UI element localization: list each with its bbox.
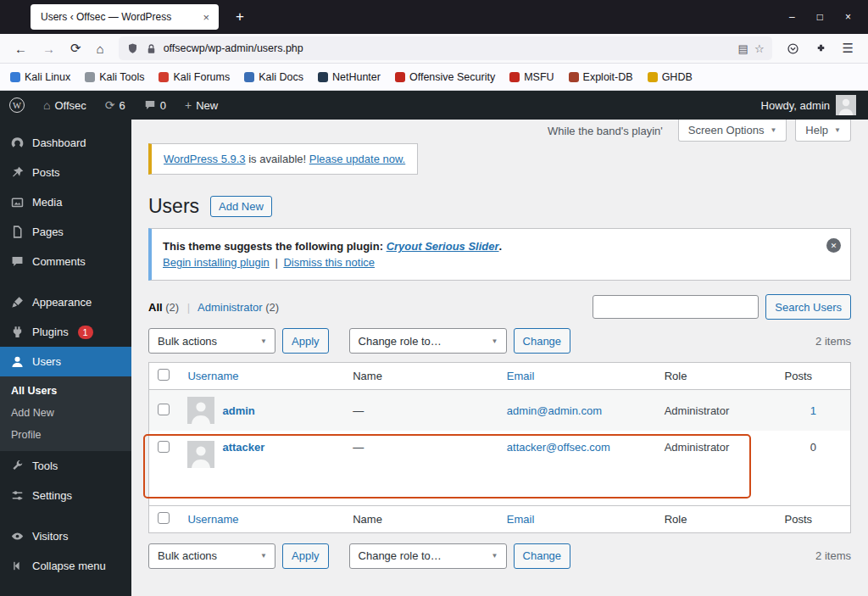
bulk-actions-select[interactable]: Bulk actions ▼ <box>148 543 275 569</box>
new-tab-button[interactable]: + <box>231 8 249 25</box>
row-checkbox[interactable] <box>158 441 170 453</box>
pocket-icon[interactable] <box>781 42 805 55</box>
bookmark-kali-tools[interactable]: Kali Tools <box>85 71 144 83</box>
role-cell: Administrator <box>665 441 730 454</box>
sidebar-item-comments[interactable]: Comments <box>0 247 131 276</box>
row-checkbox[interactable] <box>158 404 170 415</box>
email-link[interactable]: attacker@offsec.com <box>507 441 610 454</box>
begin-installing-link[interactable]: Begin installing plugin <box>163 256 270 269</box>
bookmark-offensive-security[interactable]: Offensive Security <box>395 71 495 83</box>
bookmark-kali-docs[interactable]: Kali Docs <box>244 71 303 83</box>
submenu-add-new[interactable]: Add New <box>0 402 131 424</box>
wordpress-version-link[interactable]: WordPress 5.9.3 <box>164 153 246 165</box>
tracking-shield-icon[interactable] <box>126 42 139 55</box>
tablenav-bottom: Bulk actions ▼ Apply Change role to… ▼ C… <box>148 543 851 569</box>
main-content: While the band's playin' Screen Options … <box>131 120 868 596</box>
sidebar-item-appearance[interactable]: Appearance <box>0 287 131 317</box>
chevron-down-icon: ▼ <box>492 337 498 345</box>
apply-button[interactable]: Apply <box>282 328 329 354</box>
dashboard-icon <box>10 136 25 150</box>
tab-close-icon[interactable]: × <box>200 11 212 24</box>
menu-icon[interactable]: ☰ <box>837 41 860 56</box>
filter-all[interactable]: All <box>148 301 163 314</box>
sidebar-item-media[interactable]: Media <box>0 187 131 217</box>
items-count: 2 items <box>815 335 851 348</box>
chevron-down-icon: ▼ <box>834 126 841 134</box>
admin-sidebar: Dashboard Posts Media Pages Comments A <box>0 120 131 596</box>
sidebar-item-collapse-menu[interactable]: Collapse menu <box>0 551 131 581</box>
username-link[interactable]: admin <box>222 404 254 417</box>
sort-email-header[interactable]: Email <box>507 370 535 382</box>
posts-count: 0 <box>810 441 816 454</box>
bookmark-ghdb[interactable]: GHDB <box>648 71 693 83</box>
select-all-checkbox[interactable] <box>158 369 170 381</box>
sort-email-header[interactable]: Email <box>507 513 535 526</box>
sidebar-item-pages[interactable]: Pages <box>0 217 131 247</box>
home-button[interactable]: ⌂ <box>91 42 110 56</box>
sidebar-item-dashboard[interactable]: Dashboard <box>0 128 131 158</box>
sort-username-header[interactable]: Username <box>187 513 238 526</box>
reload-button[interactable]: ⟳ <box>64 41 87 56</box>
bookmark-msfu[interactable]: MSFU <box>509 71 554 83</box>
search-users-button[interactable]: Search Users <box>765 294 851 320</box>
pages-icon <box>10 225 25 239</box>
help-button[interactable]: Help ▼ <box>795 120 851 142</box>
plus-icon: + <box>185 98 192 112</box>
bulk-actions-select[interactable]: Bulk actions ▼ <box>148 328 275 354</box>
msfu-icon <box>509 72 520 82</box>
bookmark-kali-linux[interactable]: Kali Linux <box>10 71 70 83</box>
search-input[interactable] <box>593 295 759 319</box>
change-role-select[interactable]: Change role to… ▼ <box>349 543 507 569</box>
add-new-button[interactable]: Add New <box>210 196 272 217</box>
extensions-icon[interactable] <box>809 42 833 55</box>
filter-administrator[interactable]: Administrator <box>198 301 263 314</box>
sidebar-item-settings[interactable]: Settings <box>0 481 131 510</box>
sidebar-item-visitors[interactable]: Visitors <box>0 521 131 551</box>
reader-view-icon[interactable]: ▤ <box>738 42 748 55</box>
wp-logo-menu[interactable]: W <box>0 91 34 120</box>
url-bar[interactable]: offsecwp/wp-admin/users.php ▤ ☆ <box>119 36 772 60</box>
lock-icon[interactable] <box>145 42 158 55</box>
select-all-checkbox[interactable] <box>158 512 170 524</box>
change-role-select[interactable]: Change role to… ▼ <box>349 328 507 354</box>
posts-count-link[interactable]: 1 <box>810 404 816 417</box>
submenu-profile[interactable]: Profile <box>0 424 131 446</box>
forward-button[interactable]: → <box>36 42 61 56</box>
updates-icon: ⟳ <box>105 98 115 112</box>
browser-tab-bar: Users ‹ Offsec — WordPress × + – □ × <box>0 0 868 34</box>
updates-menu[interactable]: ⟳ 6 <box>96 91 135 120</box>
bookmark-kali-forums[interactable]: Kali Forums <box>159 71 230 83</box>
dismiss-notice-link[interactable]: Dismiss this notice <box>283 256 375 269</box>
view-filters: All (2) | Administrator (2) <box>148 301 279 314</box>
bookmark-nethunter[interactable]: NetHunter <box>318 71 381 83</box>
close-button[interactable]: × <box>845 11 851 23</box>
new-content-menu[interactable]: + New <box>175 91 227 120</box>
sidebar-item-tools[interactable]: Tools <box>0 451 131 481</box>
my-account-menu[interactable]: Howdy, admin <box>749 95 868 115</box>
submenu-all-users[interactable]: All Users <box>0 380 131 402</box>
user-row-admin: admin — admin@admin.com Administrator 1 <box>149 390 851 432</box>
sidebar-item-plugins[interactable]: Plugins 1 <box>0 317 131 347</box>
dismiss-icon[interactable]: ✕ <box>826 238 841 253</box>
sidebar-item-posts[interactable]: Posts <box>0 158 131 187</box>
back-button[interactable]: ← <box>8 42 33 56</box>
email-link[interactable]: admin@admin.com <box>507 404 602 417</box>
screen-options-button[interactable]: Screen Options ▼ <box>678 120 787 142</box>
comments-menu[interactable]: 0 <box>135 91 175 120</box>
bookmark-exploit-db[interactable]: Exploit-DB <box>569 71 633 83</box>
comments-bubble-icon <box>144 99 156 111</box>
browser-tab[interactable]: Users ‹ Offsec — WordPress × <box>31 4 219 30</box>
minimize-button[interactable]: – <box>789 11 795 23</box>
maximize-button[interactable]: □ <box>817 11 823 23</box>
collapse-arrow-icon <box>10 559 25 573</box>
update-now-link[interactable]: Please update now. <box>309 153 405 165</box>
bookmark-star-icon[interactable]: ☆ <box>754 42 765 55</box>
username-link[interactable]: attacker <box>222 441 264 454</box>
sidebar-item-users[interactable]: Users <box>0 347 131 376</box>
plugin-link[interactable]: Cryout Serious Slider <box>387 240 499 253</box>
apply-button[interactable]: Apply <box>282 543 329 569</box>
sort-username-header[interactable]: Username <box>187 370 238 382</box>
change-button[interactable]: Change <box>514 328 571 354</box>
change-button[interactable]: Change <box>514 543 571 569</box>
site-menu[interactable]: ⌂ Offsec <box>34 91 96 120</box>
